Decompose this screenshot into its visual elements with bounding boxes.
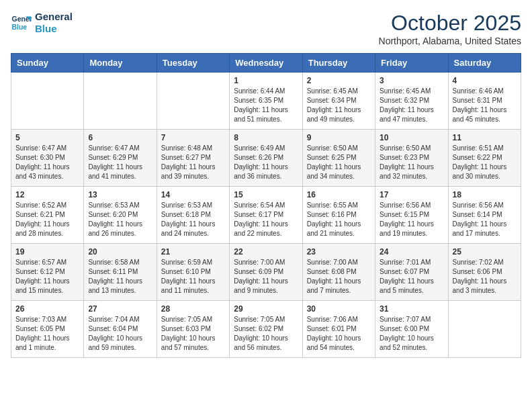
- calendar-cell: 19Sunrise: 6:57 AMSunset: 6:12 PMDayligh…: [11, 244, 84, 301]
- day-number: 2: [307, 76, 371, 85]
- day-header-sunday: Sunday: [11, 54, 84, 73]
- calendar-cell: 25Sunrise: 7:02 AMSunset: 6:06 PMDayligh…: [448, 244, 521, 301]
- day-number: 17: [380, 190, 443, 199]
- day-info: Sunrise: 6:44 AMSunset: 6:35 PMDaylight:…: [234, 87, 298, 124]
- day-number: 8: [234, 133, 298, 142]
- day-number: 24: [380, 247, 443, 257]
- calendar-cell: 9Sunrise: 6:50 AMSunset: 6:25 PMDaylight…: [302, 130, 375, 187]
- day-number: 23: [307, 247, 371, 257]
- day-number: 1: [234, 76, 298, 85]
- day-info: Sunrise: 7:00 AMSunset: 6:09 PMDaylight:…: [234, 258, 298, 295]
- calendar-cell: 20Sunrise: 6:58 AMSunset: 6:11 PMDayligh…: [84, 244, 157, 301]
- day-header-monday: Monday: [84, 54, 157, 73]
- day-header-saturday: Saturday: [448, 54, 521, 73]
- day-number: 6: [88, 133, 152, 142]
- calendar-cell: 27Sunrise: 7:04 AMSunset: 6:04 PMDayligh…: [84, 301, 157, 358]
- day-info: Sunrise: 7:05 AMSunset: 6:03 PMDaylight:…: [161, 315, 225, 353]
- day-info: Sunrise: 6:45 AMSunset: 6:32 PMDaylight:…: [380, 87, 443, 124]
- day-number: 5: [15, 133, 79, 142]
- day-info: Sunrise: 6:48 AMSunset: 6:27 PMDaylight:…: [161, 144, 225, 181]
- calendar-cell: 5Sunrise: 6:47 AMSunset: 6:30 PMDaylight…: [11, 130, 84, 187]
- day-number: 15: [234, 190, 298, 199]
- day-number: 11: [453, 133, 517, 142]
- day-number: 25: [453, 247, 517, 257]
- week-row-1: 1Sunrise: 6:44 AMSunset: 6:35 PMDaylight…: [11, 73, 521, 130]
- logo-blue: Blue: [35, 23, 73, 35]
- calendar-cell: 31Sunrise: 7:07 AMSunset: 6:00 PMDayligh…: [375, 301, 448, 358]
- calendar-cell: 23Sunrise: 7:00 AMSunset: 6:08 PMDayligh…: [302, 244, 375, 301]
- day-number: 14: [161, 190, 225, 199]
- logo-general: General: [35, 11, 73, 23]
- day-info: Sunrise: 6:46 AMSunset: 6:31 PMDaylight:…: [453, 87, 517, 124]
- day-number: 26: [15, 304, 79, 314]
- week-row-5: 26Sunrise: 7:03 AMSunset: 6:05 PMDayligh…: [11, 301, 521, 358]
- calendar-cell: [448, 301, 521, 358]
- calendar-cell: 11Sunrise: 6:51 AMSunset: 6:22 PMDayligh…: [448, 130, 521, 187]
- week-row-4: 19Sunrise: 6:57 AMSunset: 6:12 PMDayligh…: [11, 244, 521, 301]
- day-info: Sunrise: 6:50 AMSunset: 6:23 PMDaylight:…: [380, 144, 443, 181]
- day-info: Sunrise: 7:01 AMSunset: 6:07 PMDaylight:…: [380, 258, 443, 295]
- calendar-cell: 8Sunrise: 6:49 AMSunset: 6:26 PMDaylight…: [230, 130, 302, 187]
- calendar-cell: 6Sunrise: 6:47 AMSunset: 6:29 PMDaylight…: [84, 130, 157, 187]
- calendar-cell: 2Sunrise: 6:45 AMSunset: 6:34 PMDaylight…: [302, 73, 375, 130]
- month-title: October 2025: [379, 11, 521, 36]
- day-info: Sunrise: 6:58 AMSunset: 6:11 PMDaylight:…: [88, 258, 152, 295]
- day-info: Sunrise: 6:53 AMSunset: 6:20 PMDaylight:…: [88, 201, 152, 238]
- calendar-cell: 4Sunrise: 6:46 AMSunset: 6:31 PMDaylight…: [448, 73, 521, 130]
- day-number: 10: [380, 133, 443, 142]
- day-number: 20: [88, 247, 152, 257]
- calendar-cell: 22Sunrise: 7:00 AMSunset: 6:09 PMDayligh…: [230, 244, 302, 301]
- logo: General Blue General Blue: [11, 11, 73, 35]
- calendar-cell: 1Sunrise: 6:44 AMSunset: 6:35 PMDaylight…: [230, 73, 302, 130]
- calendar-cell: 28Sunrise: 7:05 AMSunset: 6:03 PMDayligh…: [157, 301, 229, 358]
- day-header-tuesday: Tuesday: [157, 54, 229, 73]
- calendar-cell: 7Sunrise: 6:48 AMSunset: 6:27 PMDaylight…: [157, 130, 229, 187]
- day-info: Sunrise: 7:07 AMSunset: 6:00 PMDaylight:…: [380, 315, 443, 353]
- calendar-cell: 21Sunrise: 6:59 AMSunset: 6:10 PMDayligh…: [157, 244, 229, 301]
- day-number: 30: [307, 304, 371, 314]
- day-number: 27: [88, 304, 152, 314]
- day-number: 18: [453, 190, 517, 199]
- calendar-cell: 12Sunrise: 6:52 AMSunset: 6:21 PMDayligh…: [11, 187, 84, 244]
- day-number: 13: [88, 190, 152, 199]
- day-number: 4: [453, 76, 517, 85]
- day-info: Sunrise: 6:56 AMSunset: 6:14 PMDaylight:…: [453, 201, 517, 238]
- day-info: Sunrise: 6:54 AMSunset: 6:17 PMDaylight:…: [234, 201, 298, 238]
- day-number: 12: [15, 190, 79, 199]
- calendar-cell: 26Sunrise: 7:03 AMSunset: 6:05 PMDayligh…: [11, 301, 84, 358]
- calendar-cell: 15Sunrise: 6:54 AMSunset: 6:17 PMDayligh…: [230, 187, 302, 244]
- day-info: Sunrise: 6:59 AMSunset: 6:10 PMDaylight:…: [161, 258, 225, 295]
- day-number: 9: [307, 133, 371, 142]
- day-info: Sunrise: 6:47 AMSunset: 6:29 PMDaylight:…: [88, 144, 152, 181]
- calendar-cell: [11, 73, 84, 130]
- day-number: 3: [380, 76, 443, 85]
- day-info: Sunrise: 7:02 AMSunset: 6:06 PMDaylight:…: [453, 258, 517, 295]
- day-info: Sunrise: 6:56 AMSunset: 6:15 PMDaylight:…: [380, 201, 443, 238]
- day-info: Sunrise: 7:05 AMSunset: 6:02 PMDaylight:…: [234, 315, 298, 353]
- calendar-cell: 3Sunrise: 6:45 AMSunset: 6:32 PMDaylight…: [375, 73, 448, 130]
- day-info: Sunrise: 6:49 AMSunset: 6:26 PMDaylight:…: [234, 144, 298, 181]
- day-info: Sunrise: 7:06 AMSunset: 6:01 PMDaylight:…: [307, 315, 371, 353]
- day-header-friday: Friday: [375, 54, 448, 73]
- calendar: SundayMondayTuesdayWednesdayThursdayFrid…: [11, 53, 521, 358]
- calendar-cell: 17Sunrise: 6:56 AMSunset: 6:15 PMDayligh…: [375, 187, 448, 244]
- day-info: Sunrise: 6:52 AMSunset: 6:21 PMDaylight:…: [15, 201, 79, 238]
- day-info: Sunrise: 7:03 AMSunset: 6:05 PMDaylight:…: [15, 315, 79, 353]
- calendar-cell: 16Sunrise: 6:55 AMSunset: 6:16 PMDayligh…: [302, 187, 375, 244]
- calendar-cell: 14Sunrise: 6:53 AMSunset: 6:18 PMDayligh…: [157, 187, 229, 244]
- calendar-cell: 13Sunrise: 6:53 AMSunset: 6:20 PMDayligh…: [84, 187, 157, 244]
- day-number: 19: [15, 247, 79, 257]
- day-info: Sunrise: 7:04 AMSunset: 6:04 PMDaylight:…: [88, 315, 152, 353]
- day-number: 7: [161, 133, 225, 142]
- day-number: 21: [161, 247, 225, 257]
- week-row-3: 12Sunrise: 6:52 AMSunset: 6:21 PMDayligh…: [11, 187, 521, 244]
- header-row: SundayMondayTuesdayWednesdayThursdayFrid…: [11, 54, 521, 73]
- title-area: October 2025 Northport, Alabama, United …: [379, 11, 521, 46]
- calendar-cell: [157, 73, 229, 130]
- day-info: Sunrise: 7:00 AMSunset: 6:08 PMDaylight:…: [307, 258, 371, 295]
- week-row-2: 5Sunrise: 6:47 AMSunset: 6:30 PMDaylight…: [11, 130, 521, 187]
- day-info: Sunrise: 6:51 AMSunset: 6:22 PMDaylight:…: [453, 144, 517, 181]
- day-info: Sunrise: 6:50 AMSunset: 6:25 PMDaylight:…: [307, 144, 371, 181]
- calendar-cell: [84, 73, 157, 130]
- calendar-cell: 24Sunrise: 7:01 AMSunset: 6:07 PMDayligh…: [375, 244, 448, 301]
